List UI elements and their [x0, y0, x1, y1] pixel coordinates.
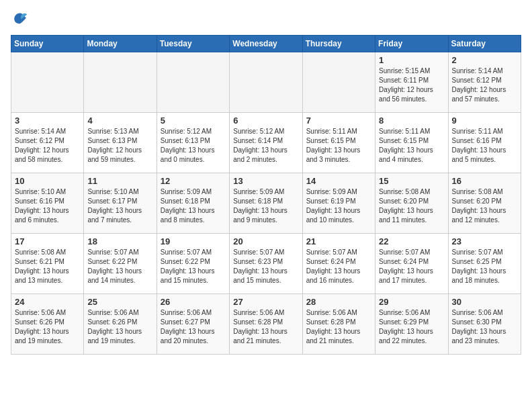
week-row-1: 1Sunrise: 5:15 AM Sunset: 6:11 PM Daylig…: [11, 52, 521, 113]
day-number: 5: [161, 116, 226, 126]
day-cell: 22Sunrise: 5:07 AM Sunset: 6:24 PM Dayli…: [375, 234, 448, 294]
day-number: 24: [15, 297, 80, 307]
day-info: Sunrise: 5:12 AM Sunset: 6:14 PM Dayligh…: [233, 127, 298, 165]
day-info: Sunrise: 5:07 AM Sunset: 6:23 PM Dayligh…: [233, 248, 298, 285]
day-info: Sunrise: 5:07 AM Sunset: 6:24 PM Dayligh…: [379, 248, 444, 285]
day-info: Sunrise: 5:06 AM Sunset: 6:30 PM Dayligh…: [452, 308, 517, 346]
day-cell: [84, 52, 157, 113]
day-info: Sunrise: 5:12 AM Sunset: 6:13 PM Dayligh…: [161, 127, 226, 165]
day-cell: 2Sunrise: 5:14 AM Sunset: 6:12 PM Daylig…: [448, 52, 521, 113]
day-info: Sunrise: 5:10 AM Sunset: 6:17 PM Dayligh…: [87, 187, 152, 225]
header-sunday: Sunday: [11, 36, 84, 52]
day-info: Sunrise: 5:08 AM Sunset: 6:20 PM Dayligh…: [452, 187, 517, 225]
day-cell: 21Sunrise: 5:07 AM Sunset: 6:24 PM Dayli…: [302, 234, 375, 294]
header-thursday: Thursday: [302, 36, 375, 52]
day-cell: 24Sunrise: 5:06 AM Sunset: 6:26 PM Dayli…: [11, 294, 84, 355]
day-info: Sunrise: 5:14 AM Sunset: 6:12 PM Dayligh…: [15, 127, 80, 165]
day-cell: 19Sunrise: 5:07 AM Sunset: 6:22 PM Dayli…: [157, 234, 229, 294]
day-cell: 3Sunrise: 5:14 AM Sunset: 6:12 PM Daylig…: [11, 113, 84, 173]
day-cell: 23Sunrise: 5:07 AM Sunset: 6:25 PM Dayli…: [448, 234, 521, 294]
day-cell: [302, 52, 375, 113]
page-header: [11, 11, 521, 30]
logo: [11, 11, 32, 30]
day-cell: 26Sunrise: 5:06 AM Sunset: 6:27 PM Dayli…: [157, 294, 229, 355]
calendar-body: 1Sunrise: 5:15 AM Sunset: 6:11 PM Daylig…: [11, 52, 521, 355]
week-row-2: 3Sunrise: 5:14 AM Sunset: 6:12 PM Daylig…: [11, 113, 521, 173]
day-cell: 15Sunrise: 5:08 AM Sunset: 6:20 PM Dayli…: [375, 173, 448, 234]
day-info: Sunrise: 5:06 AM Sunset: 6:26 PM Dayligh…: [15, 308, 80, 346]
day-number: 7: [306, 116, 371, 126]
day-number: 18: [87, 236, 152, 246]
day-number: 1: [379, 55, 444, 65]
day-cell: [157, 52, 229, 113]
day-number: 16: [452, 176, 517, 186]
day-info: Sunrise: 5:07 AM Sunset: 6:22 PM Dayligh…: [87, 248, 152, 285]
day-info: Sunrise: 5:11 AM Sunset: 6:15 PM Dayligh…: [306, 127, 371, 165]
day-info: Sunrise: 5:06 AM Sunset: 6:26 PM Dayligh…: [87, 308, 152, 346]
day-info: Sunrise: 5:06 AM Sunset: 6:28 PM Dayligh…: [306, 308, 371, 346]
day-number: 10: [15, 176, 80, 186]
day-number: 6: [233, 116, 298, 126]
day-info: Sunrise: 5:06 AM Sunset: 6:27 PM Dayligh…: [161, 308, 226, 346]
header-friday: Friday: [375, 36, 448, 52]
header-tuesday: Tuesday: [157, 36, 229, 52]
day-info: Sunrise: 5:07 AM Sunset: 6:24 PM Dayligh…: [306, 248, 371, 285]
calendar-table: SundayMondayTuesdayWednesdayThursdayFrid…: [11, 35, 521, 355]
calendar-header: SundayMondayTuesdayWednesdayThursdayFrid…: [11, 36, 521, 52]
day-info: Sunrise: 5:11 AM Sunset: 6:15 PM Dayligh…: [379, 127, 444, 165]
day-cell: 4Sunrise: 5:13 AM Sunset: 6:13 PM Daylig…: [84, 113, 157, 173]
day-info: Sunrise: 5:13 AM Sunset: 6:13 PM Dayligh…: [87, 127, 152, 165]
day-cell: 12Sunrise: 5:09 AM Sunset: 6:18 PM Dayli…: [157, 173, 229, 234]
header-monday: Monday: [84, 36, 157, 52]
day-cell: 29Sunrise: 5:06 AM Sunset: 6:29 PM Dayli…: [375, 294, 448, 355]
day-info: Sunrise: 5:08 AM Sunset: 6:21 PM Dayligh…: [15, 248, 80, 285]
day-cell: 16Sunrise: 5:08 AM Sunset: 6:20 PM Dayli…: [448, 173, 521, 234]
day-cell: 30Sunrise: 5:06 AM Sunset: 6:30 PM Dayli…: [448, 294, 521, 355]
day-number: 2: [452, 55, 517, 65]
day-info: Sunrise: 5:09 AM Sunset: 6:18 PM Dayligh…: [233, 187, 298, 225]
day-cell: [230, 52, 302, 113]
day-cell: 18Sunrise: 5:07 AM Sunset: 6:22 PM Dayli…: [84, 234, 157, 294]
day-number: 19: [161, 236, 226, 246]
day-cell: 14Sunrise: 5:09 AM Sunset: 6:19 PM Dayli…: [302, 173, 375, 234]
day-number: 15: [379, 176, 444, 186]
day-cell: 8Sunrise: 5:11 AM Sunset: 6:15 PM Daylig…: [375, 113, 448, 173]
day-cell: 27Sunrise: 5:06 AM Sunset: 6:28 PM Dayli…: [230, 294, 302, 355]
day-number: 8: [379, 116, 444, 126]
day-cell: 11Sunrise: 5:10 AM Sunset: 6:17 PM Dayli…: [84, 173, 157, 234]
day-number: 14: [306, 176, 371, 186]
header-row: SundayMondayTuesdayWednesdayThursdayFrid…: [11, 36, 521, 52]
day-number: 26: [161, 297, 226, 307]
day-info: Sunrise: 5:11 AM Sunset: 6:16 PM Dayligh…: [452, 127, 517, 165]
day-number: 25: [87, 297, 152, 307]
day-info: Sunrise: 5:06 AM Sunset: 6:29 PM Dayligh…: [379, 308, 444, 346]
day-number: 13: [233, 176, 298, 186]
day-cell: 25Sunrise: 5:06 AM Sunset: 6:26 PM Dayli…: [84, 294, 157, 355]
day-info: Sunrise: 5:09 AM Sunset: 6:19 PM Dayligh…: [306, 187, 371, 225]
day-number: 4: [87, 116, 152, 126]
day-cell: 17Sunrise: 5:08 AM Sunset: 6:21 PM Dayli…: [11, 234, 84, 294]
day-cell: 7Sunrise: 5:11 AM Sunset: 6:15 PM Daylig…: [302, 113, 375, 173]
day-number: 30: [452, 297, 517, 307]
day-number: 20: [233, 236, 298, 246]
day-cell: 5Sunrise: 5:12 AM Sunset: 6:13 PM Daylig…: [157, 113, 229, 173]
day-info: Sunrise: 5:10 AM Sunset: 6:16 PM Dayligh…: [15, 187, 80, 225]
day-cell: 13Sunrise: 5:09 AM Sunset: 6:18 PM Dayli…: [230, 173, 302, 234]
day-cell: 1Sunrise: 5:15 AM Sunset: 6:11 PM Daylig…: [375, 52, 448, 113]
day-cell: 9Sunrise: 5:11 AM Sunset: 6:16 PM Daylig…: [448, 113, 521, 173]
day-info: Sunrise: 5:09 AM Sunset: 6:18 PM Dayligh…: [161, 187, 226, 225]
header-saturday: Saturday: [448, 36, 521, 52]
logo-icon: [11, 11, 30, 30]
day-number: 23: [452, 236, 517, 246]
day-cell: 28Sunrise: 5:06 AM Sunset: 6:28 PM Dayli…: [302, 294, 375, 355]
day-number: 27: [233, 297, 298, 307]
day-number: 9: [452, 116, 517, 126]
week-row-5: 24Sunrise: 5:06 AM Sunset: 6:26 PM Dayli…: [11, 294, 521, 355]
day-number: 11: [87, 176, 152, 186]
day-number: 29: [379, 297, 444, 307]
day-number: 12: [161, 176, 226, 186]
day-info: Sunrise: 5:07 AM Sunset: 6:25 PM Dayligh…: [452, 248, 517, 285]
day-number: 17: [15, 236, 80, 246]
header-wednesday: Wednesday: [230, 36, 302, 52]
day-cell: 6Sunrise: 5:12 AM Sunset: 6:14 PM Daylig…: [230, 113, 302, 173]
